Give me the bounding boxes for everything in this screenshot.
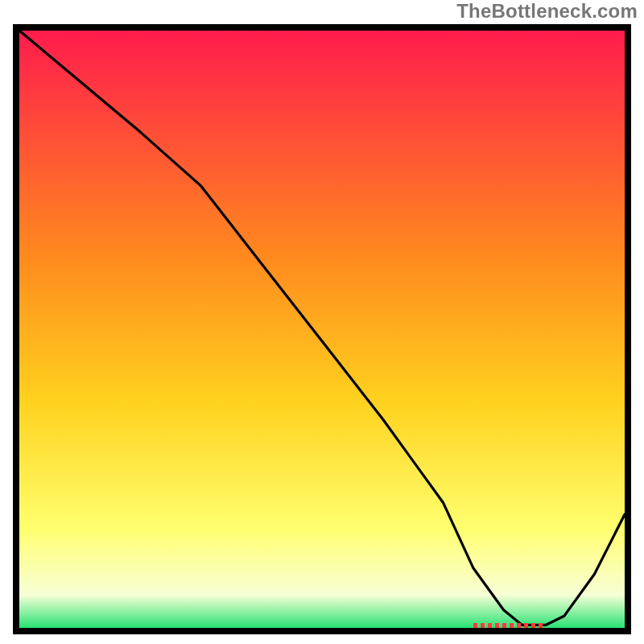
plot-area xyxy=(13,24,631,634)
chart-stage: TheBottleneck.com xyxy=(0,0,644,644)
bottleneck-chart xyxy=(13,24,631,634)
watermark-text: TheBottleneck.com xyxy=(456,0,638,23)
gradient-background xyxy=(16,27,628,631)
